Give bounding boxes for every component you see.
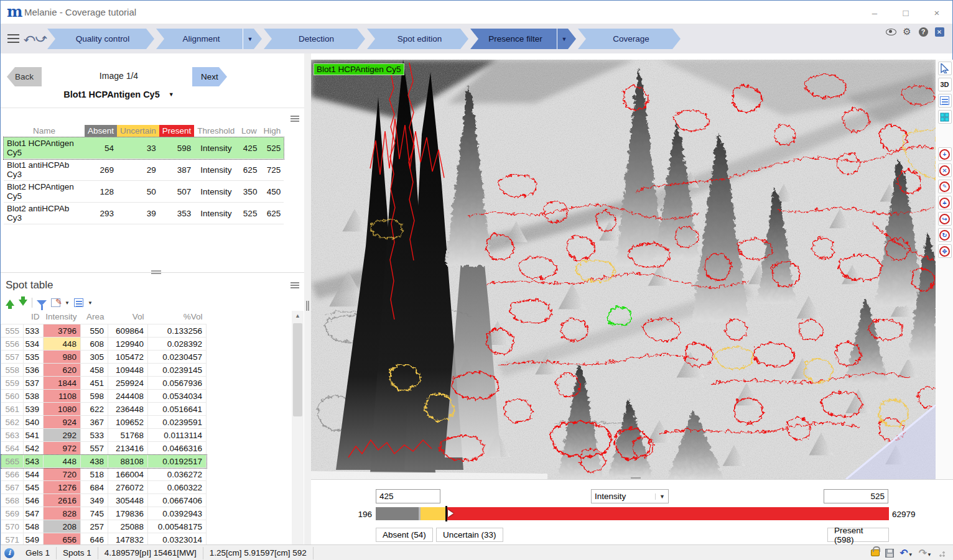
resize-grip[interactable] xyxy=(937,549,945,557)
spot-table-row[interactable]: 5585366204581094480.0239145 xyxy=(1,364,207,377)
back-button[interactable]: Back xyxy=(7,67,42,86)
spot-table-scrollbar[interactable]: ▲ ▼ xyxy=(292,311,304,560)
presence-filter-table: Name Absent Uncertain Present Threshold … xyxy=(4,125,284,224)
delete-spot-tool[interactable]: ✕ xyxy=(938,163,952,177)
slider-min-label: 196 xyxy=(350,510,372,519)
high-threshold-input[interactable]: 525 xyxy=(824,489,888,503)
intensity-slider[interactable] xyxy=(376,507,889,520)
edit-columns-caret-icon[interactable]: ▼ xyxy=(65,300,70,306)
grow-spot-tool[interactable]: ↪ xyxy=(938,212,952,226)
spot-table-row[interactable]: 5645429725572134160.0466316 xyxy=(1,442,207,455)
spot-table-row[interactable]: 5625409243671096520.0239591 xyxy=(1,416,207,429)
view-tool-column: 3D+✕✎+↪↻✥ xyxy=(936,60,953,479)
spot-table-row[interactable]: 5575359803051054720.0230457 xyxy=(1,351,207,364)
spot-table-row[interactable]: 56854626163493054480.0667406 xyxy=(1,494,207,507)
image-selector[interactable]: Blot1 HCPAntigen Cy5▼ xyxy=(38,90,200,99)
move-down-icon[interactable] xyxy=(19,300,27,306)
back-arrow-icon[interactable]: ⤺ xyxy=(24,32,35,45)
presence-table-row[interactable]: Blot2 HCPAntigen Cy512850507Intensity350… xyxy=(4,181,284,203)
close-button[interactable]: × xyxy=(921,1,952,24)
gel-3d-view[interactable]: Blot1 HCPAntigen Cy5 xyxy=(311,60,936,479)
spot-table-row[interactable]: 56754512766842760720.060322 xyxy=(1,481,207,494)
col-header-low[interactable]: Low xyxy=(238,125,260,137)
help-icon[interactable]: ? xyxy=(918,26,929,37)
col-header-id[interactable]: ID xyxy=(24,311,44,324)
metric-dropdown[interactable]: Intensity▼ xyxy=(591,489,669,503)
spot-table-row[interactable]: 5565344486081299400.028392 xyxy=(1,337,207,351)
workflow-tab-alignment[interactable]: Alignment▼ xyxy=(156,29,262,49)
panel-splitter-horizontal[interactable] xyxy=(1,272,304,273)
spot-table-row[interactable]: 56153910806222364480.0516641 xyxy=(1,403,207,416)
list-options-caret-icon[interactable]: ▼ xyxy=(88,300,93,306)
workflow-tab-quality-control[interactable]: Quality control xyxy=(47,29,154,49)
maximize-button[interactable]: □ xyxy=(890,1,921,24)
col-header-name[interactable]: Name xyxy=(4,125,85,137)
workflow-tab-coverage[interactable]: Coverage xyxy=(578,29,681,49)
col-header-pvol[interactable]: %Vol xyxy=(148,311,207,324)
spot-table-row[interactable]: 565543448438881080.0192517 xyxy=(1,455,207,468)
tab-dropdown-icon[interactable]: ▼ xyxy=(557,29,571,49)
col-header-high[interactable]: High xyxy=(260,125,284,137)
present-count-box[interactable]: Present (598) xyxy=(827,528,889,542)
col-header-threshold[interactable]: Threshold xyxy=(194,125,238,137)
edit-columns-icon[interactable] xyxy=(51,298,60,307)
col-header-uncertain[interactable]: Uncertain xyxy=(117,125,159,137)
workflow-tab-detection[interactable]: Detection xyxy=(264,29,365,49)
spot-table-title: Spot table xyxy=(6,279,53,291)
slider-high-handle[interactable] xyxy=(445,506,447,521)
tab-dropdown-icon[interactable]: ▼ xyxy=(243,29,257,49)
spot-table-row[interactable]: 570548208257250880.00548175 xyxy=(1,520,207,533)
presence-table-menu-icon[interactable] xyxy=(291,116,299,122)
uncertain-count-box[interactable]: Uncertain (33) xyxy=(436,528,503,542)
workflow-tab-presence-filter[interactable]: Presence filter▼ xyxy=(470,29,576,49)
lock-icon[interactable] xyxy=(871,549,880,556)
spot-table-row[interactable]: 5665447205181660040.036272 xyxy=(1,468,207,481)
select-tool[interactable] xyxy=(938,62,952,75)
save-icon[interactable] xyxy=(885,549,894,558)
scroll-up-icon[interactable]: ▲ xyxy=(292,311,304,321)
absent-count-box[interactable]: Absent (54) xyxy=(376,528,433,542)
spot-table-row[interactable]: 55953718444512599240.0567936 xyxy=(1,377,207,390)
merge-spot-tool[interactable]: + xyxy=(938,196,952,209)
info-icon: i xyxy=(4,548,14,558)
col-header-vol[interactable]: Vol xyxy=(108,311,148,324)
spot-table-row[interactable]: 5695478287451798360.0392943 xyxy=(1,507,207,520)
presence-table-row[interactable]: Blot2 antiHCPAb Cy329339353Intensity5256… xyxy=(4,203,284,224)
eye-icon[interactable] xyxy=(885,26,896,37)
spot-table-row[interactable]: 56053811085982444080.0534034 xyxy=(1,390,207,403)
next-button[interactable]: Next xyxy=(192,67,227,86)
col-header-area[interactable]: Area xyxy=(81,311,108,324)
menu-icon[interactable] xyxy=(7,34,19,43)
col-header-absent[interactable]: Absent xyxy=(85,125,117,137)
low-threshold-input[interactable]: 425 xyxy=(376,489,440,503)
move-up-icon[interactable] xyxy=(6,300,14,306)
workflow-tab-spot-edition[interactable]: Spot edition xyxy=(367,29,468,49)
edit-contour-tool[interactable]: ✎ xyxy=(938,180,952,193)
split-spot-tool[interactable]: ↻ xyxy=(938,228,952,242)
slider-handle-arrow-icon[interactable] xyxy=(448,510,453,517)
list-view-button[interactable] xyxy=(938,94,952,108)
filter-icon[interactable] xyxy=(37,300,47,306)
presence-table-row[interactable]: Blot1 HCPAntigen Cy55433598Intensity4255… xyxy=(4,137,284,159)
scrollbar-thumb[interactable] xyxy=(293,323,302,416)
list-options-icon[interactable] xyxy=(74,298,83,307)
gear-icon[interactable]: ⚙ xyxy=(901,26,913,37)
add-spot-tool[interactable]: + xyxy=(938,147,952,161)
chevron-down-icon: ▼ xyxy=(655,493,665,500)
close-panel-icon[interactable]: ✕ xyxy=(934,26,945,37)
presence-table-row[interactable]: Blot1 antiHCPAb Cy326929387Intensity6257… xyxy=(4,159,284,181)
col-header-present[interactable]: Present xyxy=(159,125,195,137)
col-header-intensity[interactable]: Intensity xyxy=(44,311,81,324)
forward-arrow-icon[interactable]: ⤻ xyxy=(35,32,47,45)
spot-table-menu-icon[interactable] xyxy=(291,282,299,289)
spot-table-row[interactable]: 55553337965506098640.133256 xyxy=(1,324,207,337)
minimize-button[interactable]: – xyxy=(859,1,890,24)
spot-table-row[interactable]: 563541292533517680.0113114 xyxy=(1,429,207,442)
status-segment: Spots 1 xyxy=(57,547,98,559)
panel-splitter-vertical[interactable] xyxy=(304,53,311,544)
view-3d-button[interactable]: 3D xyxy=(938,78,952,91)
undo-icon[interactable]: ↶▼ xyxy=(900,547,913,559)
redo-icon[interactable]: ↷▼ xyxy=(919,547,932,559)
move-spot-tool[interactable]: ✥ xyxy=(938,244,952,258)
grid-view-button[interactable] xyxy=(938,110,952,124)
